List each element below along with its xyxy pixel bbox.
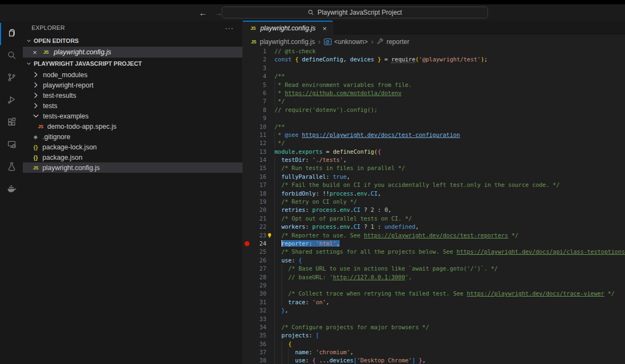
breakpoint-gutter[interactable] (243, 331, 251, 340)
breakpoint-gutter[interactable] (243, 89, 251, 97)
line-content[interactable]: }, (266, 306, 625, 315)
line-content[interactable]: /* Fail the build on CI if you accidenta… (266, 181, 625, 189)
line-content[interactable]: /* Base URL to use in actions like `awai… (266, 265, 625, 273)
code-line-15[interactable]: 15 /* Run tests in files in parallel */ (243, 164, 625, 172)
code-line-19[interactable]: 19 /* Retry on CI only */ (243, 198, 625, 206)
breadcrumb-item-reporter[interactable]: reporter (377, 38, 409, 46)
breakpoint-gutter[interactable] (243, 231, 251, 240)
breakpoint-gutter[interactable] (243, 256, 251, 265)
activity-docker[interactable] (0, 179, 23, 201)
line-content[interactable]: testDir: './tests', (266, 156, 625, 164)
section-project[interactable]: PLAYWRIGHT JAVASCRIPT PROJECT (23, 58, 242, 70)
breakpoint-gutter[interactable] (243, 131, 251, 139)
line-content[interactable] (266, 64, 625, 72)
code-line-28[interactable]: 28 // baseURL: 'http://127.0.0.1:3000', (243, 273, 625, 281)
breakpoint-gutter[interactable] (243, 223, 251, 231)
more-actions-icon[interactable]: ··· (225, 24, 234, 32)
activity-explorer[interactable] (0, 23, 23, 45)
breakpoint-gutter[interactable] (243, 290, 251, 298)
breakpoint-gutter[interactable] (243, 198, 251, 206)
breakpoint-gutter[interactable] (243, 47, 251, 55)
command-center-search[interactable]: Playwright JavaScript Project (222, 7, 488, 18)
code-line-17[interactable]: 17 /* Fail the build on CI if you accide… (243, 181, 625, 189)
code-line-3[interactable]: 3 (243, 64, 625, 72)
activity-remote-explorer[interactable] (0, 134, 23, 156)
breakpoint-gutter[interactable] (243, 356, 251, 364)
code-line-25[interactable]: 25 /* Shared settings for all the projec… (243, 248, 625, 256)
activity-extensions[interactable] (0, 112, 23, 134)
tree-item-demo-todo-app-spec-js[interactable]: JSdemo-todo-app.spec.js (23, 121, 242, 131)
line-content[interactable]: /* Reporter to use. See https://playwrig… (266, 231, 625, 240)
line-content[interactable]: module.exports = defineConfig({ (266, 148, 625, 156)
breakpoint-gutter[interactable] (243, 281, 251, 290)
back-arrow-icon[interactable]: ← (199, 8, 207, 17)
line-content[interactable]: // require('dotenv').config(); (266, 106, 625, 114)
activity-testing[interactable] (0, 156, 23, 179)
code-line-24[interactable]: 24 reporter: 'html', (243, 240, 625, 248)
code-line-10[interactable]: 10/** (243, 123, 625, 131)
line-content[interactable]: // @ts-check (266, 47, 625, 55)
line-content[interactable]: /* Collect trace when retrying the faile… (266, 290, 625, 298)
line-content[interactable]: use: { (266, 256, 625, 265)
code-line-13[interactable]: 13module.exports = defineConfig({ (243, 148, 625, 156)
tree-item-package-json[interactable]: {}package.json (23, 152, 242, 162)
code-line-36[interactable]: 36 { (243, 340, 625, 348)
activity-run-debug[interactable] (0, 90, 23, 112)
code-line-29[interactable]: 29 (243, 281, 625, 290)
breadcrumb-item-playwright-config-js[interactable]: JSplaywright.config.js (250, 38, 315, 46)
breakpoint-gutter[interactable] (243, 248, 251, 256)
line-content[interactable]: reporter: 'html', (266, 240, 625, 248)
line-content[interactable]: { (266, 340, 625, 348)
breakpoint-gutter[interactable] (243, 265, 251, 273)
code-line-11[interactable]: 11 * @see https://playwright.dev/docs/te… (243, 131, 625, 139)
code-editor[interactable]: 1// @ts-check2const { defineConfig, devi… (243, 47, 625, 364)
code-line-26[interactable]: 26 use: { (243, 256, 625, 265)
line-content[interactable]: /* Shared settings for all the projects … (266, 248, 625, 256)
line-content[interactable]: projects: [ (266, 331, 625, 340)
tree-item-node-modules[interactable]: node_modules (23, 70, 242, 80)
code-line-2[interactable]: 2const { defineConfig, devices } = requi… (243, 55, 625, 64)
code-line-20[interactable]: 20 retries: process.env.CI ? 2 : 0, (243, 206, 625, 214)
breakpoint-gutter[interactable] (243, 190, 251, 198)
close-icon[interactable]: × (32, 48, 38, 57)
code-line-21[interactable]: 21 /* Opt out of parallel tests on CI. *… (243, 215, 625, 223)
line-content[interactable]: /* Retry on CI only */ (266, 198, 625, 206)
breakpoint-gutter[interactable] (243, 106, 251, 114)
breakpoint-gutter[interactable] (243, 181, 251, 189)
code-line-32[interactable]: 32 }, (243, 306, 625, 315)
tree-item-playwright-report[interactable]: playwright-report (23, 80, 242, 90)
breakpoint-gutter[interactable] (243, 323, 251, 331)
line-content[interactable] (266, 281, 625, 290)
line-content[interactable]: * https://github.com/motdotla/dotenv (266, 89, 625, 97)
tree-item--gitignore[interactable]: ◆.gitignore (23, 131, 242, 142)
breakpoint-gutter[interactable] (243, 298, 251, 306)
breakpoint-gutter[interactable] (243, 306, 251, 315)
breakpoint-gutter[interactable] (243, 148, 251, 156)
breakpoint-gutter[interactable] (243, 55, 251, 64)
breakpoint-gutter[interactable] (243, 206, 251, 214)
breakpoint-gutter[interactable] (243, 64, 251, 72)
code-line-16[interactable]: 16 fullyParallel: true, (243, 173, 625, 181)
code-line-1[interactable]: 1// @ts-check (243, 47, 625, 55)
tree-item-playwright-config-js[interactable]: JSplaywright.config.js (23, 162, 242, 173)
code-line-33[interactable]: 33 (243, 315, 625, 323)
breakpoint-gutter[interactable] (243, 164, 251, 172)
line-content[interactable]: */ (266, 139, 625, 147)
close-icon[interactable]: × (322, 24, 327, 33)
breakpoint-gutter[interactable] (243, 123, 251, 131)
breakpoint-gutter[interactable] (243, 156, 251, 164)
breakpoint-gutter[interactable] (243, 315, 251, 323)
breakpoint-gutter[interactable] (243, 97, 251, 105)
code-line-18[interactable]: 18 forbidOnly: !!process.env.CI, (243, 190, 625, 198)
code-line-9[interactable]: 9 (243, 114, 625, 122)
tree-item-tests[interactable]: tests (23, 101, 242, 111)
breakpoint-gutter[interactable] (243, 340, 251, 348)
line-content[interactable]: name: 'chromium', (266, 348, 625, 356)
line-content[interactable]: // baseURL: 'http://127.0.0.1:3000', (266, 273, 625, 281)
breadcrumb-item--unknown-[interactable]: @<unknown> (324, 38, 368, 46)
breakpoint-icon[interactable] (245, 241, 249, 246)
code-line-5[interactable]: 5 * Read environment variables from file… (243, 81, 625, 89)
activity-source-control[interactable] (0, 67, 23, 90)
code-line-31[interactable]: 31 trace: 'on', (243, 298, 625, 306)
tree-item-test-results[interactable]: test-results (23, 90, 242, 101)
